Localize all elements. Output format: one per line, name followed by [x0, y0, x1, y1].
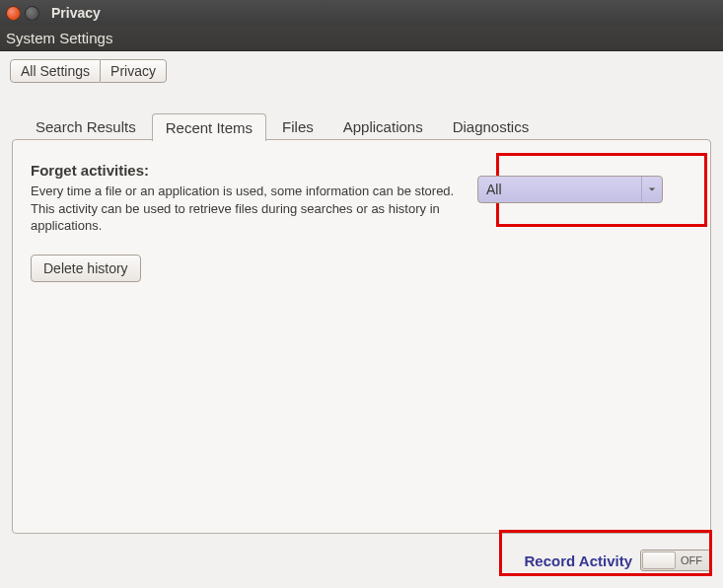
footer-row: Record Activity OFF: [12, 546, 711, 575]
breadcrumb-all-settings[interactable]: All Settings: [10, 59, 101, 83]
window-titlebar: Privacy: [0, 0, 723, 26]
record-activity-label: Record Activity: [525, 552, 632, 569]
panel-right-column: All: [477, 162, 692, 282]
tab-panel-recent-items: Forget activities: Every time a file or …: [12, 139, 711, 534]
tab-applications[interactable]: Applications: [329, 112, 437, 140]
tab-files[interactable]: Files: [268, 112, 327, 140]
subheader-title: System Settings: [6, 30, 112, 46]
tabs-bar: Search Results Recent Items Files Applic…: [12, 112, 711, 140]
forget-activities-heading: Forget activities:: [31, 162, 464, 179]
record-activity-switch[interactable]: OFF: [640, 550, 711, 571]
subheader-bar: System Settings: [0, 26, 723, 51]
delete-history-button[interactable]: Delete history: [31, 255, 141, 282]
tab-diagnostics[interactable]: Diagnostics: [439, 112, 543, 140]
tab-recent-items[interactable]: Recent Items: [152, 113, 266, 141]
tabs-region: Search Results Recent Items Files Applic…: [12, 112, 711, 534]
breadcrumb: All Settings Privacy: [10, 59, 167, 83]
switch-state-label: OFF: [681, 554, 702, 566]
dropdown-selected-label: All: [486, 182, 502, 197]
panel-content-row: Forget activities: Every time a file or …: [31, 162, 692, 282]
forget-activities-description: Every time a file or an application is u…: [31, 183, 464, 235]
breadcrumb-privacy[interactable]: Privacy: [101, 59, 167, 83]
chevron-down-icon: [641, 177, 656, 202]
window-minimize-icon[interactable]: [25, 6, 39, 21]
breadcrumb-toolbar: All Settings Privacy: [0, 51, 723, 83]
panel-left-column: Forget activities: Every time a file or …: [31, 162, 477, 282]
forget-scope-dropdown[interactable]: All: [477, 176, 663, 203]
window-close-icon[interactable]: [6, 6, 21, 21]
tab-search-results[interactable]: Search Results: [22, 112, 150, 140]
switch-knob: [642, 551, 676, 569]
window-title: Privacy: [51, 5, 101, 21]
